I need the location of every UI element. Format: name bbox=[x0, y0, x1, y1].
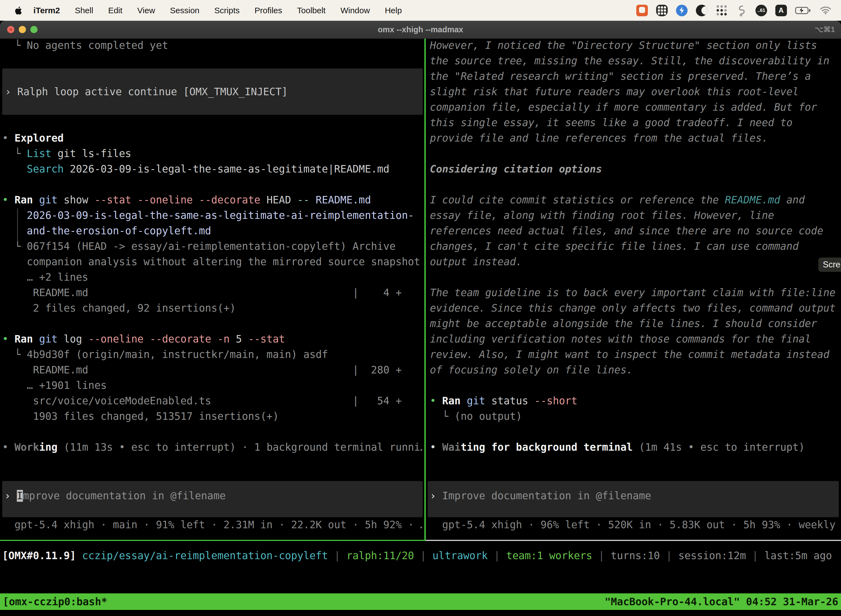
menu-item-toolbelt[interactable]: Toolbelt bbox=[290, 6, 333, 15]
terminal-line: the "Related research writing" section i… bbox=[430, 69, 811, 84]
shield-icon[interactable] bbox=[656, 5, 668, 16]
terminal-text-segment: and-the-erosion-of-copyleft.md bbox=[2, 225, 211, 237]
terminal-line: including verification notes with those … bbox=[430, 331, 811, 347]
tmux-session-label: [omx-cczip0:bash* bbox=[3, 596, 107, 608]
terminal-text-segment: • bbox=[430, 395, 442, 407]
terminal-text-segment: review. Also, I might want to inspect th… bbox=[430, 349, 829, 361]
terminal-text-segment: might be acceptable alongside the file l… bbox=[430, 318, 817, 330]
terminal-line: and-the-erosion-of-copyleft.md bbox=[2, 223, 211, 239]
terminal-line: • Ran git status --short bbox=[430, 393, 577, 409]
terminal-text-segment: └ (no output) bbox=[430, 411, 522, 422]
terminal-text-segment: including verification notes with those … bbox=[430, 333, 811, 345]
apple-menu[interactable] bbox=[14, 5, 23, 16]
squiggle-icon[interactable] bbox=[736, 5, 747, 16]
pane-divider[interactable] bbox=[424, 39, 426, 541]
left-prompt-input[interactable]: › Improve documentation in @filename bbox=[2, 481, 423, 517]
window-title-bar[interactable]: omx --xhigh --madmax ⌥⌘1 bbox=[0, 21, 841, 39]
terminal-text-segment: companion analysis without altering the … bbox=[2, 256, 420, 268]
terminal-text-segment: changes, I can't cite specific file line… bbox=[430, 241, 799, 252]
terminal-line: Search 2026-03-09-is-legal-the-same-as-l… bbox=[2, 161, 389, 177]
prompt-chevron: › bbox=[4, 490, 17, 502]
terminal-line: … +2 lines bbox=[2, 270, 88, 285]
right-prompt-input[interactable]: › Improve documentation in @filename bbox=[428, 481, 839, 517]
terminal-text-segment: and bbox=[780, 194, 805, 206]
omx-status-segment: ralph:11/20 bbox=[346, 550, 414, 562]
omx-status-segment: ultrawork bbox=[432, 550, 488, 562]
omx-status-segment: | bbox=[488, 550, 506, 562]
menu-item-shell[interactable]: Shell bbox=[67, 6, 101, 15]
terminal-text-segment: (1m 41s • esc to interrupt) bbox=[633, 441, 805, 453]
terminal-text-segment: slight risk that future readers may over… bbox=[430, 86, 799, 98]
menu-item-window[interactable]: Window bbox=[333, 6, 378, 15]
menu-item-profiles[interactable]: Profiles bbox=[247, 6, 289, 15]
menu-item-iterm2[interactable]: iTerm2 bbox=[26, 6, 67, 15]
omx-status-segment: team:1 workers bbox=[506, 550, 592, 562]
menu-item-help[interactable]: Help bbox=[378, 6, 409, 15]
chat-icon-tail bbox=[639, 13, 642, 16]
terminal-line: However, I noticed the "Directory Struct… bbox=[430, 39, 817, 53]
screen-indicator-tooltip[interactable]: Scre bbox=[818, 258, 841, 272]
menu-status-icons: ..61 A bbox=[636, 0, 831, 21]
keyboard-layout-icon[interactable]: A bbox=[775, 5, 787, 16]
terminal-text-segment: Ran bbox=[442, 395, 461, 407]
contrast-icon[interactable] bbox=[696, 5, 708, 16]
chat-icon-hole bbox=[639, 7, 645, 13]
terminal-text-segment: … +2 lines bbox=[2, 271, 88, 283]
badge-icon[interactable] bbox=[676, 5, 687, 16]
terminal-text-segment: evidence. Since this change only affects… bbox=[430, 302, 835, 314]
omx-status-segment: | bbox=[746, 550, 764, 562]
omx-status-segment: [OMX#0.11.9] bbox=[2, 550, 82, 562]
bolt-glyph bbox=[680, 7, 684, 14]
battery-icon[interactable] bbox=[795, 5, 811, 16]
terminal-line: changes, I can't cite specific file line… bbox=[430, 239, 799, 254]
terminal-text-segment: • bbox=[2, 194, 15, 206]
terminal-text-segment: src/voice/voiceModeEnabled.ts | 54 + bbox=[2, 395, 402, 407]
window-shortcut: ⌥⌘1 bbox=[815, 21, 835, 39]
terminal-text-segment: --stat bbox=[242, 333, 285, 345]
terminal-text-segment: references need actual files, and since … bbox=[430, 225, 823, 237]
percent-badge-icon[interactable]: ..61 bbox=[756, 5, 767, 16]
terminal-area[interactable]: └ No agents completed yet• Explored └ Li… bbox=[0, 39, 841, 616]
terminal-text-segment: provide file and line references from th… bbox=[430, 132, 768, 144]
terminal-text-segment: Wai bbox=[442, 441, 461, 453]
terminal-line: review. Also, I might want to inspect th… bbox=[430, 347, 829, 362]
tmux-status-bar: [omx-cczip0:bash* "MacBook-Pro-44.local"… bbox=[0, 593, 841, 610]
terminal-text-segment: Search bbox=[27, 163, 64, 175]
terminal-text-segment: git bbox=[460, 395, 485, 407]
omx-status-segment: session:12m bbox=[678, 550, 746, 562]
terminal-line: • Waiting for background terminal (1m 41… bbox=[430, 440, 805, 455]
menu-item-scripts[interactable]: Scripts bbox=[207, 6, 247, 15]
dots-grid-icon[interactable] bbox=[716, 5, 727, 16]
input-placeholder: Improve documentation in @filename bbox=[442, 490, 651, 502]
menu-items: iTerm2ShellEditViewSessionScriptsProfile… bbox=[26, 6, 409, 15]
terminal-line: the source tree, missing the essay. Stil… bbox=[430, 53, 829, 69]
menu-item-view[interactable]: View bbox=[130, 6, 163, 15]
terminal-line: I could cite commit statistics or refere… bbox=[430, 192, 805, 208]
terminal-text-segment: HEAD bbox=[261, 194, 291, 206]
terminal-line: 2 files changed, 92 insertions(+) bbox=[2, 301, 236, 316]
left-pane-border bbox=[0, 540, 424, 541]
tree-guide-line bbox=[17, 208, 18, 242]
terminal-text-segment: The team guideline is to back every impo… bbox=[430, 287, 835, 299]
terminal-line: might be acceptable alongside the file l… bbox=[430, 316, 817, 331]
terminal-text-segment: --oneline --decorate bbox=[82, 333, 211, 345]
terminal-text-segment: Ran bbox=[15, 194, 33, 206]
terminal-line: └ List git ls-files bbox=[2, 146, 131, 161]
omx-status-segment: last:5m ago bbox=[764, 550, 832, 562]
wifi-icon[interactable] bbox=[819, 5, 831, 16]
terminal-text-segment bbox=[2, 163, 27, 175]
terminal-line: README.md | 4 + bbox=[2, 285, 402, 301]
terminal-text-segment: └ 067f154 (HEAD -> essay/ai-reimplementa… bbox=[2, 241, 396, 252]
terminal-text-segment: Considering citation options bbox=[430, 163, 602, 175]
menu-item-edit[interactable]: Edit bbox=[101, 6, 130, 15]
terminal-text-segment: companion file, especially if more comme… bbox=[430, 101, 817, 113]
crescent-glyph bbox=[701, 6, 708, 15]
right-pane: However, I noticed the "Directory Struct… bbox=[430, 39, 841, 540]
iterm-window: omx --xhigh --madmax ⌥⌘1 └ No agents com… bbox=[0, 21, 841, 616]
terminal-text-segment: the "Related research writing" section i… bbox=[430, 70, 811, 82]
chat-icon[interactable] bbox=[636, 5, 648, 16]
menu-item-session[interactable]: Session bbox=[163, 6, 207, 15]
terminal-text-segment: List bbox=[27, 148, 51, 160]
terminal-line: └ No agents completed yet bbox=[2, 39, 168, 53]
terminal-text-segment: • bbox=[2, 132, 15, 144]
